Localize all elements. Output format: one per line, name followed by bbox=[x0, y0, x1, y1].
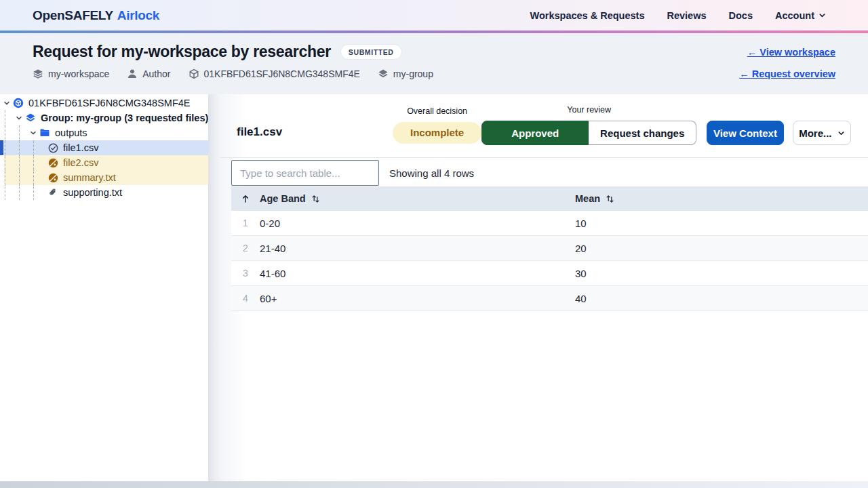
mean-header[interactable]: Mean bbox=[575, 193, 868, 204]
sort-toggle-icon bbox=[311, 195, 320, 203]
data-table: Age Band Mean 1 0-20 10 2 bbox=[231, 186, 868, 311]
row-number-header[interactable] bbox=[231, 195, 260, 203]
nav-docs[interactable]: Docs bbox=[729, 10, 753, 21]
table-row: 1 0-20 10 bbox=[231, 211, 868, 236]
tree-file-label: supporting.txt bbox=[63, 187, 122, 198]
nav-account-menu[interactable]: Account bbox=[775, 10, 826, 21]
tree-root-request[interactable]: 01KFBFD61SFJ6N8CMG348SMF4E bbox=[0, 96, 208, 110]
tree-root-label: 01KFBFD61SFJ6N8CMG348SMF4E bbox=[28, 98, 191, 108]
tree-file-file2-csv[interactable]: file2.csv bbox=[0, 155, 208, 170]
request-overview-link[interactable]: ← Request overview bbox=[739, 68, 835, 79]
cube-icon bbox=[13, 98, 24, 108]
cube-icon bbox=[189, 68, 199, 79]
file-tree-sidebar: 01KFBFD61SFJ6N8CMG348SMF4E Group: my-gro… bbox=[0, 94, 208, 481]
overall-decision: Overall decision Incomplete bbox=[393, 106, 481, 145]
review-pending-icon bbox=[47, 172, 58, 183]
tree-guide bbox=[5, 110, 14, 125]
brand-logo[interactable]: OpenSAFELY Airlock bbox=[33, 8, 159, 23]
tree-folder-label: outputs bbox=[55, 127, 87, 138]
tree-file-supporting-txt[interactable]: supporting.txt bbox=[0, 185, 208, 200]
table-row: 2 21-40 20 bbox=[231, 236, 868, 261]
sort-toggle-icon bbox=[606, 195, 614, 203]
brand-primary: OpenSAFELY bbox=[33, 8, 113, 23]
tree-file-summary-txt[interactable]: summary.txt bbox=[0, 170, 208, 185]
workspace-meta: my-workspace bbox=[33, 68, 109, 79]
view-context-button[interactable]: View Context bbox=[707, 121, 783, 145]
tree-guide bbox=[5, 125, 14, 140]
folder-icon bbox=[39, 127, 50, 138]
nav-reviews[interactable]: Reviews bbox=[667, 10, 706, 21]
table-header-row: Age Band Mean bbox=[231, 186, 868, 211]
request-id-meta: 01KFBFD61SFJ6N8CMG348SMF4E bbox=[189, 68, 360, 79]
user-icon bbox=[127, 68, 138, 79]
tree-guide bbox=[19, 170, 28, 185]
file-view-header: file1.csv Overall decision Incomplete Yo… bbox=[220, 94, 868, 158]
review-pending-icon bbox=[47, 157, 58, 168]
review-button-group: Approved Request changes bbox=[481, 121, 696, 145]
chevron-down-icon[interactable] bbox=[14, 115, 24, 121]
top-navigation: OpenSAFELY Airlock Workspaces & Requests… bbox=[0, 0, 868, 30]
approved-button[interactable]: Approved bbox=[481, 121, 589, 145]
chevron-down-icon[interactable] bbox=[2, 100, 12, 106]
overall-decision-badge: Incomplete bbox=[393, 122, 481, 144]
your-review: Your review Approved Request changes bbox=[481, 105, 696, 145]
check-circle-icon bbox=[47, 142, 58, 153]
page-title: Request for my-workspace by researcher bbox=[33, 43, 331, 61]
group-meta: my-group bbox=[378, 68, 433, 79]
rows-summary: Showing all 4 rows bbox=[389, 167, 474, 179]
tree-guide bbox=[5, 155, 14, 170]
request-meta: my-workspace Author 01KFBFD61SFJ6N8CMG34… bbox=[33, 68, 433, 79]
table-search-input[interactable] bbox=[231, 160, 379, 186]
nav-items: Workspaces & Requests Reviews Docs Accou… bbox=[530, 10, 826, 21]
file-view-panel: file1.csv Overall decision Incomplete Yo… bbox=[220, 94, 868, 481]
tree-guide bbox=[19, 125, 28, 140]
author-meta: Author bbox=[127, 68, 170, 79]
status-badge: SUBMITTED bbox=[340, 44, 402, 60]
tree-group-label: Group: my-group (3 requested files) bbox=[41, 113, 208, 123]
nav-workspaces-requests[interactable]: Workspaces & Requests bbox=[530, 10, 645, 21]
tree-guide bbox=[19, 140, 28, 155]
brand-secondary: Airlock bbox=[117, 8, 159, 23]
age-band-header[interactable]: Age Band bbox=[260, 193, 575, 204]
tree-guide bbox=[5, 185, 14, 200]
tree-guide bbox=[33, 170, 43, 185]
tree-guide bbox=[33, 185, 43, 200]
tree-guide bbox=[5, 140, 14, 155]
table-row: 3 41-60 30 bbox=[231, 261, 868, 286]
layers-icon bbox=[25, 113, 36, 123]
tree-group-my-group[interactable]: Group: my-group (3 requested files) bbox=[0, 110, 208, 125]
request-changes-button[interactable]: Request changes bbox=[589, 121, 696, 145]
layers-icon bbox=[33, 68, 43, 79]
chevron-down-icon bbox=[818, 12, 826, 19]
tree-guide bbox=[33, 140, 43, 155]
tree-file-label: file2.csv bbox=[63, 157, 98, 168]
table-row: 4 60+ 40 bbox=[231, 286, 868, 311]
request-header: Request for my-workspace by researcher S… bbox=[0, 33, 868, 94]
chevron-down-icon bbox=[837, 129, 845, 137]
more-menu-button[interactable]: More... bbox=[793, 121, 851, 145]
view-workspace-link[interactable]: ← View workspace bbox=[747, 47, 835, 58]
your-review-label: Your review bbox=[567, 105, 611, 115]
page-bottom-strip bbox=[0, 481, 868, 488]
paperclip-icon bbox=[47, 187, 58, 198]
table-toolbar: Showing all 4 rows bbox=[220, 158, 868, 186]
tree-guide bbox=[33, 155, 43, 170]
chevron-down-icon[interactable] bbox=[28, 129, 38, 136]
overall-decision-label: Overall decision bbox=[407, 106, 467, 116]
tree-guide bbox=[19, 155, 28, 170]
content-area: 01KFBFD61SFJ6N8CMG348SMF4E Group: my-gro… bbox=[0, 94, 868, 481]
sort-ascending-icon bbox=[241, 195, 250, 203]
tree-guide bbox=[5, 170, 14, 185]
file-title: file1.csv bbox=[237, 125, 393, 139]
tree-file-file1-csv[interactable]: file1.csv bbox=[0, 140, 208, 155]
tree-folder-outputs[interactable]: outputs bbox=[0, 125, 208, 140]
diamond-layers-icon bbox=[378, 68, 389, 79]
tree-guide bbox=[19, 185, 28, 200]
tree-file-label: file1.csv bbox=[63, 142, 98, 153]
sidebar-resize-handle[interactable] bbox=[208, 94, 220, 481]
tree-file-label: summary.txt bbox=[63, 172, 116, 183]
